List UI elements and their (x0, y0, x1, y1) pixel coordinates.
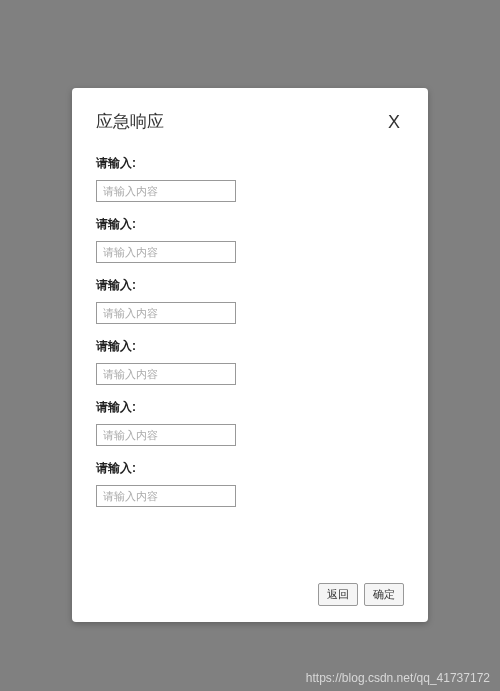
form-group: 请输入: (96, 216, 404, 263)
input-label: 请输入: (96, 338, 404, 355)
input-label: 请输入: (96, 399, 404, 416)
modal-header: 应急响应 X (96, 110, 404, 133)
text-input[interactable] (96, 241, 236, 263)
input-label: 请输入: (96, 155, 404, 172)
modal-footer: 返回 确定 (318, 583, 404, 606)
form-group: 请输入: (96, 460, 404, 507)
form-group: 请输入: (96, 338, 404, 385)
input-label: 请输入: (96, 460, 404, 477)
modal-title: 应急响应 (96, 110, 164, 133)
confirm-button[interactable]: 确定 (364, 583, 404, 606)
input-label: 请输入: (96, 277, 404, 294)
modal-dialog: 应急响应 X 请输入: 请输入: 请输入: 请输入: 请输入: 请输入: 返回 … (72, 88, 428, 622)
text-input[interactable] (96, 485, 236, 507)
watermark-text: https://blog.csdn.net/qq_41737172 (306, 671, 490, 685)
form-group: 请输入: (96, 155, 404, 202)
input-label: 请输入: (96, 216, 404, 233)
text-input[interactable] (96, 302, 236, 324)
text-input[interactable] (96, 424, 236, 446)
close-icon[interactable]: X (384, 111, 404, 133)
back-button[interactable]: 返回 (318, 583, 358, 606)
text-input[interactable] (96, 180, 236, 202)
form-group: 请输入: (96, 277, 404, 324)
text-input[interactable] (96, 363, 236, 385)
form-group: 请输入: (96, 399, 404, 446)
